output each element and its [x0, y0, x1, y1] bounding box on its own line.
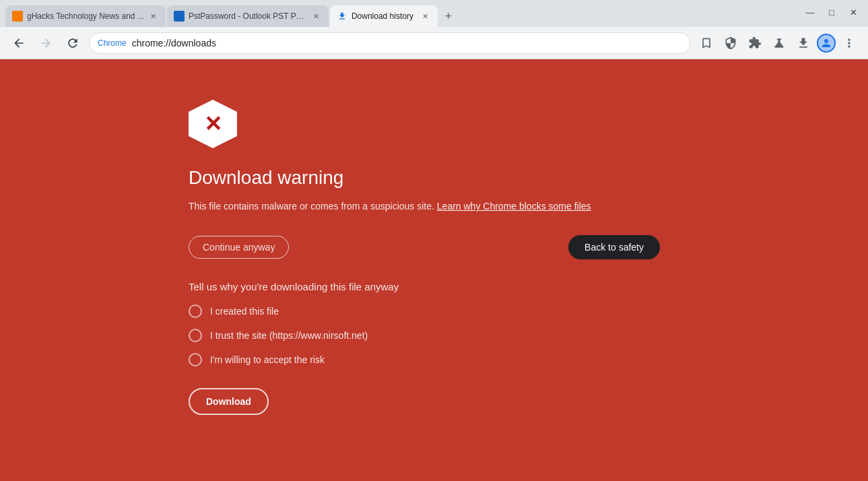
tab-pstpassword[interactable]: PstPassword - Outlook PST Pas... ✕	[167, 5, 329, 27]
reason-radio-group: I created this file I trust the site (ht…	[189, 304, 368, 366]
warning-shield-icon: ✕	[189, 100, 237, 148]
profile-button[interactable]	[817, 34, 836, 53]
reload-button[interactable]	[62, 32, 84, 54]
tab-label-ghacks: gHacks Technology News and ...	[27, 11, 144, 21]
browser-frame: gHacks Technology News and ... ✕ PstPass…	[0, 0, 868, 481]
address-text: chrome://downloads	[132, 38, 681, 49]
download-button[interactable]: Download	[189, 388, 269, 415]
reason-1-item[interactable]: I created this file	[189, 304, 368, 318]
bookmark-button[interactable]	[696, 32, 717, 54]
tab-favicon-downloads	[337, 11, 347, 22]
page-content: ✕ Download warning This file contains ma…	[0, 59, 868, 481]
reasons-title: Tell us why you're downloading this file…	[189, 281, 399, 292]
nav-icons	[696, 32, 860, 54]
warning-title: Download warning	[189, 167, 343, 189]
reason-1-radio[interactable]	[189, 304, 202, 318]
reason-3-radio[interactable]	[189, 353, 202, 366]
learn-more-link[interactable]: Learn why Chrome blocks some files	[437, 201, 591, 212]
reason-2-label: I trust the site (https://www.nirsoft.ne…	[210, 330, 368, 341]
tab-close-ghacks[interactable]: ✕	[148, 11, 159, 22]
reason-2-radio[interactable]	[189, 329, 202, 342]
maximize-button[interactable]: □	[822, 3, 841, 22]
tab-favicon-ghacks	[12, 11, 23, 22]
tab-close-downloads[interactable]: ✕	[420, 11, 431, 22]
close-button[interactable]: ✕	[844, 3, 863, 22]
back-to-safety-button[interactable]: Back to safety	[568, 235, 660, 259]
continue-anyway-button[interactable]: Continue anyway	[189, 236, 289, 259]
forward-button[interactable]	[35, 32, 57, 54]
tab-label-pst: PstPassword - Outlook PST Pas...	[189, 11, 307, 21]
shield-button[interactable]	[720, 32, 741, 54]
minimize-button[interactable]: —	[801, 3, 820, 22]
reason-2-item[interactable]: I trust the site (https://www.nirsoft.ne…	[189, 329, 368, 342]
navigation-bar: Chrome chrome://downloads	[0, 27, 868, 59]
tab-favicon-pst	[174, 11, 185, 22]
lab-button[interactable]	[768, 32, 790, 54]
title-bar: gHacks Technology News and ... ✕ PstPass…	[0, 0, 868, 27]
back-button[interactable]	[8, 32, 30, 54]
tab-label-downloads: Download history	[352, 11, 416, 21]
x-mark-icon: ✕	[204, 111, 222, 137]
window-controls: — □ ✕	[801, 3, 863, 22]
warning-description: This file contains malware or comes from…	[189, 199, 591, 214]
menu-button[interactable]	[838, 32, 860, 54]
address-bar[interactable]: Chrome chrome://downloads	[89, 32, 690, 54]
reason-1-label: I created this file	[210, 306, 279, 317]
reason-3-item[interactable]: I'm willing to accept the risk	[189, 353, 368, 366]
tab-ghacks[interactable]: gHacks Technology News and ... ✕	[5, 5, 166, 27]
address-chrome-label: Chrome	[98, 38, 127, 48]
downloads-nav-button[interactable]	[793, 32, 814, 54]
tab-strip: gHacks Technology News and ... ✕ PstPass…	[5, 5, 793, 27]
new-tab-button[interactable]: +	[439, 7, 458, 26]
primary-button-row: Continue anyway Back to safety	[189, 235, 660, 259]
tab-close-pst[interactable]: ✕	[311, 11, 322, 22]
extensions-button[interactable]	[744, 32, 766, 54]
warning-desc-text: This file contains malware or comes from…	[189, 201, 434, 212]
tab-downloads[interactable]: Download history ✕	[330, 5, 438, 27]
reason-3-label: I'm willing to accept the risk	[210, 354, 325, 365]
